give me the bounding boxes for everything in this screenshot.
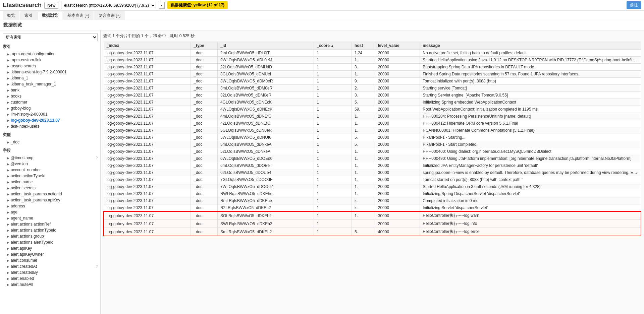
sidebar-field-item[interactable]: ▶alert.createdBy xyxy=(3,269,98,275)
sidebar-field-item[interactable]: ▶agent_name xyxy=(3,215,98,221)
table-row[interactable]: log-goboy-dev-2023.11.07_doc3GLOqIsBWWxO… xyxy=(104,71,641,78)
sidebar-field-item[interactable]: ▶alert.actions.alertTypeId xyxy=(3,239,98,245)
sidebar-index-item[interactable]: ▶lim-history-2-000001 xyxy=(3,111,98,117)
table-row[interactable]: log-goboy-dev-2023.11.07_doc6WLOqIsBWWxO… xyxy=(104,155,641,162)
table-row[interactable]: log-goboy-dev-2023.11.07_doc4WLOqIsBWWxO… xyxy=(104,106,641,113)
table-row[interactable]: log-goboy-dev-2023.11.07_doc4GLOqIsBWWxO… xyxy=(104,99,641,106)
tab-data-browse[interactable]: 数据浏览 xyxy=(38,11,62,20)
sidebar-field-item[interactable]: ▶alert.enabled xyxy=(3,275,98,281)
table-row[interactable]: log-goboy-dev-2023.11.07_doc52LOqIsBWWxO… xyxy=(104,148,641,155)
tab-basic-query[interactable]: 基本查询 [+] xyxy=(63,11,94,20)
index-name: goboy-blog xyxy=(11,106,31,111)
table-row[interactable]: log-goboy-dev-2023.11.07_doc3WLOqIsBWWxO… xyxy=(104,78,641,85)
sidebar-index-item[interactable]: ▶.apm-custom-link xyxy=(3,57,98,63)
query-info: 查询 1 个分片中用的 1 个，26 命中，耗时 0.525 秒 xyxy=(103,33,641,39)
sidebar-index-item[interactable]: ▶customer xyxy=(3,99,98,105)
sidebar-field-item[interactable]: ▶account_number xyxy=(3,167,98,173)
table-cell: Initializing Spring DispatcherServlet 'd… xyxy=(420,190,641,197)
table-header-cell[interactable]: _score xyxy=(314,42,352,50)
table-row[interactable]: log-goboy-dev-2023.11.07_doc2WLOqIsBWWxO… xyxy=(104,57,641,64)
triangle-icon: ▶ xyxy=(7,241,9,244)
sidebar-field-item[interactable]: ▶alert.apiKey xyxy=(3,245,98,251)
table-row[interactable]: log-goboy-dev-2023.11.07_doc62LOqIsBWWxO… xyxy=(104,169,641,176)
triangle-icon: ▶ xyxy=(7,58,9,62)
new-button[interactable]: New xyxy=(44,2,58,9)
sidebar-index-item[interactable]: ▶books xyxy=(3,93,98,99)
table-cell: _doc xyxy=(191,197,218,204)
tab-complex-query[interactable]: 复合查询 [+] xyxy=(94,11,125,20)
table-row[interactable]: log-goboy-dev-2023.11.07_docSWLRqIsBWWxO… xyxy=(104,220,641,228)
table-header-cell[interactable]: level_value xyxy=(375,42,420,50)
sidebar-types: ▶_doc xyxy=(3,139,98,145)
sidebar-field-item[interactable]: ▶action_task_params.actionId xyxy=(3,191,98,197)
table-row[interactable]: log-goboy-dev-2023.11.07_docRWLRqIsBWWxO… xyxy=(104,190,641,197)
table-cell: _doc xyxy=(191,99,218,106)
sidebar-field-item[interactable]: ▶alert.actions.group xyxy=(3,233,98,239)
top-right-button[interactable]: 前往 xyxy=(627,1,641,9)
table-row[interactable]: log-goboy-dev-2023.11.07_doc7GLOqIsBWWxO… xyxy=(104,176,641,183)
sidebar-index-item[interactable]: ▶log-goboy-dev-2023.11.07 xyxy=(3,117,98,123)
minus-button[interactable]: - xyxy=(159,2,165,9)
table-cell: 1. xyxy=(352,120,375,127)
table-cell: 1 xyxy=(314,50,352,57)
index-select[interactable]: 所有索引 xyxy=(3,33,98,41)
table-row[interactable]: log-goboy-dev-2023.11.07_doc5GLOqIsBWWxO… xyxy=(104,127,641,134)
table-row[interactable]: log-goboy-dev-2023.11.07_doc5WLOqIsBWWxO… xyxy=(104,134,641,141)
sidebar-field-item[interactable]: ▶alert.actions.actionTypeId xyxy=(3,227,98,233)
table-row[interactable]: log-goboy-dev-2023.11.07_doc5mLOqIsBWWxO… xyxy=(104,141,641,148)
index-filter-section: 所有索引 xyxy=(3,33,98,41)
table-header-cell[interactable]: _type xyxy=(191,42,218,50)
table-header-cell[interactable]: message xyxy=(420,42,641,50)
tab-index[interactable]: 索引 xyxy=(20,11,37,20)
table-row[interactable]: log-goboy-dev-2023.11.07_doc32LOqIsBWWxO… xyxy=(104,92,641,99)
sidebar-field-item[interactable]: ▶@version xyxy=(3,161,98,167)
sidebar-field-item[interactable]: ▶action.name xyxy=(3,179,98,185)
sidebar-index-item[interactable]: ▶.kibana_task_manager_1 xyxy=(3,81,98,87)
table-cell: HCANN000001: Hibernate Commons Annotatio… xyxy=(420,127,641,134)
table-row[interactable]: log-goboy-dev-2023.11.07_doc42LOqIsBWWxO… xyxy=(104,120,641,127)
table-row[interactable]: log-goboy-dev-2023.11.07_doc2mLOqIsBWWxO… xyxy=(104,50,641,57)
table-cell: _doc xyxy=(191,64,218,71)
table-header-cell[interactable]: _id xyxy=(217,42,314,50)
table-header-cell[interactable]: _index xyxy=(104,42,191,50)
sidebar-index-item[interactable]: ▶.kibana-event-log-7.9.2-000001 xyxy=(3,69,98,75)
sidebar-field-item[interactable]: ▶age xyxy=(3,209,98,215)
table-row[interactable]: log-goboy-dev-2023.11.07_doc7WLOqIsBWWxO… xyxy=(104,183,641,190)
sidebar-field-item[interactable]: ▶action.secrets xyxy=(3,185,98,191)
url-select[interactable]: elasticsearch (http://120.46.69.39:9200/… xyxy=(61,2,156,9)
table-cell: 1 xyxy=(314,183,352,190)
table-cell: 20000 xyxy=(375,141,420,148)
table-row[interactable]: log-goboy-dev-2023.11.07_docSGLRqIsBWWxO… xyxy=(104,211,641,220)
table-row[interactable]: log-goboy-dev-2023.11.07_docRmLRqIsBWWxO… xyxy=(104,197,641,204)
sidebar-field-item[interactable]: ▶address xyxy=(3,203,98,209)
sidebar-field-item[interactable]: ▶alert.apiKeyOwner xyxy=(3,251,98,257)
table-row[interactable]: log-goboy-dev-2023.11.07_doc4mLOqIsBWWxO… xyxy=(104,113,641,120)
sidebar-field-item[interactable]: ▶alert.consumer xyxy=(3,257,98,263)
table-row[interactable]: log-goboy-dev-2023.11.07_doc22LOqIsBWWxO… xyxy=(104,64,641,71)
sidebar-index-item[interactable]: ▶bank xyxy=(3,87,98,93)
sidebar-field-item[interactable]: ▶alert.muteAll xyxy=(3,281,98,288)
table-row[interactable]: log-goboy-dev-2023.11.07_docR2LRqIsBWWxO… xyxy=(104,204,641,212)
table-cell: HikariPool-1 - Start completed. xyxy=(420,141,641,148)
tab-overview[interactable]: 概览 xyxy=(3,11,19,20)
table-cell: 5. xyxy=(352,141,375,148)
field-name: age xyxy=(11,210,17,214)
sidebar-type-item[interactable]: ▶_doc xyxy=(3,139,98,145)
sidebar-field-item[interactable]: ▶alert.actions.actionRef xyxy=(3,221,98,227)
table-cell: 20000 xyxy=(375,155,420,162)
sidebar-index-item[interactable]: ▶.apm-agent-configuration xyxy=(3,51,98,57)
table-cell: log-goboy-dev-2023.11.07 xyxy=(104,176,191,183)
sidebar-field-item[interactable]: ▶action.actionTypeId xyxy=(3,173,98,179)
sidebar-index-item[interactable]: ▶goboy-blog xyxy=(3,105,98,111)
table-header-cell[interactable]: host xyxy=(352,42,375,50)
sidebar-index-item[interactable]: ▶.kibana_1 xyxy=(3,75,98,81)
sidebar-index-item[interactable]: ▶test-index-users xyxy=(3,123,98,129)
sidebar-field-item[interactable]: ▶action_task_params.apiKey xyxy=(3,197,98,203)
table-row[interactable]: log-goboy-dev-2023.11.07_docSmLRqIsBWWxO… xyxy=(104,228,641,236)
sidebar-index-item[interactable]: ▶.async-search xyxy=(3,63,98,69)
table-row[interactable]: log-goboy-dev-2023.11.07_doc3mLOqIsBWWxO… xyxy=(104,85,641,92)
sidebar-field-item[interactable]: ▶@timestamp? xyxy=(3,155,98,161)
table-cell: 20000 xyxy=(375,204,420,212)
sidebar-field-item[interactable]: ▶alert.createdAt? xyxy=(3,263,98,269)
table-row[interactable]: log-goboy-dev-2023.11.07_doc6mLOqIsBWWxO… xyxy=(104,162,641,169)
